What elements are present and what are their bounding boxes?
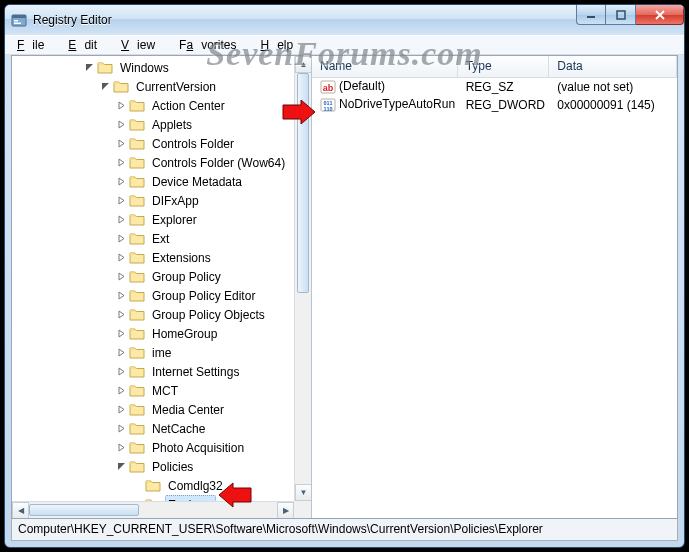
tree-item-label: MCT [149,381,181,401]
tree-item-label: Group Policy [149,267,224,287]
tree-toggle-icon[interactable] [114,118,128,132]
scroll-down-button[interactable]: ▼ [295,484,311,501]
tree-toggle-icon[interactable] [114,422,128,436]
values-list[interactable]: ab(Default)REG_SZ(value not set)011110No… [312,78,677,518]
tree-item[interactable]: Internet Settings [12,362,294,381]
tree-toggle-icon[interactable] [114,232,128,246]
tree-item-label: Device Metadata [149,172,245,192]
tree-item-label: Windows [117,58,172,78]
tree-item[interactable]: DIFxApp [12,191,294,210]
tree-item[interactable]: Applets [12,115,294,134]
value-name: NoDriveTypeAutoRun [339,97,455,111]
tree-item[interactable]: Group Policy Objects [12,305,294,324]
scroll-up-button[interactable]: ▲ [295,56,311,73]
tree-item-label: Controls Folder (Wow64) [149,153,288,173]
horizontal-scroll-thumb[interactable] [29,504,139,516]
tree-item[interactable]: Explorer [12,210,294,229]
menu-edit[interactable]: Edit [60,36,113,54]
maximize-icon [616,10,626,20]
tree-vertical-scrollbar[interactable]: ▲ ▼ [294,56,311,501]
close-button[interactable] [636,5,684,25]
values-pane: Name Type Data ab(Default)REG_SZ(value n… [312,56,677,518]
tree-item[interactable]: NetCache [12,419,294,438]
value-row[interactable]: 011110NoDriveTypeAutoRunREG_DWORD0x00000… [312,96,677,114]
tree-toggle-icon[interactable] [82,61,96,75]
tree-item[interactable]: Action Center [12,96,294,115]
tree-item[interactable]: Comdlg32 [12,476,294,495]
scroll-left-button[interactable]: ◀ [12,502,29,518]
value-type: REG_SZ [458,80,550,94]
value-type: REG_DWORD [458,98,550,112]
value-row[interactable]: ab(Default)REG_SZ(value not set) [312,78,677,96]
tree-toggle-icon[interactable] [114,156,128,170]
maximize-button[interactable] [606,5,636,25]
tree-toggle-icon[interactable] [114,403,128,417]
tree-toggle-icon[interactable] [114,213,128,227]
tree-toggle-icon[interactable] [98,80,112,94]
tree-toggle-icon[interactable] [114,289,128,303]
regedit-app-icon [11,12,27,28]
tree-item[interactable]: Media Center [12,400,294,419]
tree-item[interactable]: Photo Acquisition [12,438,294,457]
tree-item-label: Explorer [149,210,200,230]
column-header-name[interactable]: Name [312,56,458,77]
svg-rect-1 [12,15,26,18]
titlebar[interactable]: Registry Editor [5,5,684,35]
minimize-icon [586,10,596,20]
close-icon [654,10,666,20]
tree-toggle-icon[interactable] [114,460,128,474]
tree-item-label: Ext [149,229,172,249]
statusbar-path: Computer\HKEY_CURRENT_USER\Software\Micr… [18,522,543,536]
minimize-button[interactable] [576,5,606,25]
tree-item[interactable]: Controls Folder (Wow64) [12,153,294,172]
tree-item[interactable]: MCT [12,381,294,400]
tree-item-label: Internet Settings [149,362,242,382]
tree-toggle-icon[interactable] [114,308,128,322]
tree-toggle-icon[interactable] [114,441,128,455]
tree-pane: WindowsCurrentVersionAction CenterApplet… [12,56,312,518]
client-area: WindowsCurrentVersionAction CenterApplet… [11,55,678,519]
tree-item[interactable]: Policies [12,457,294,476]
tree-item[interactable]: ime [12,343,294,362]
scroll-right-button[interactable]: ▶ [277,502,294,518]
tree-toggle-icon[interactable] [114,251,128,265]
value-name: (Default) [339,79,385,93]
menu-file[interactable]: File [9,36,60,54]
tree-toggle-icon[interactable] [114,327,128,341]
tree-item-label: DIFxApp [149,191,202,211]
tree-item-label: Applets [149,115,195,135]
tree-item-label: Comdlg32 [165,476,226,496]
menubar: File Edit View Favorites Help [5,35,684,55]
tree-toggle-icon[interactable] [114,99,128,113]
window-title: Registry Editor [33,13,112,27]
menu-help[interactable]: Help [252,36,309,54]
svg-text:ab: ab [323,83,334,93]
tree-toggle-icon[interactable] [114,365,128,379]
menu-favorites[interactable]: Favorites [171,36,252,54]
tree-item[interactable]: Windows [12,58,294,77]
tree-item[interactable]: Ext [12,229,294,248]
vertical-scroll-thumb[interactable] [297,73,309,293]
tree-item[interactable]: Extensions [12,248,294,267]
registry-tree[interactable]: WindowsCurrentVersionAction CenterApplet… [12,56,294,501]
value-name-cell: 011110NoDriveTypeAutoRun [312,97,458,113]
tree-toggle-icon[interactable] [114,346,128,360]
tree-item[interactable]: Group Policy [12,267,294,286]
tree-item-label: Group Policy Objects [149,305,268,325]
tree-toggle-icon[interactable] [114,194,128,208]
svg-rect-2 [14,20,18,22]
tree-item[interactable]: CurrentVersion [12,77,294,96]
tree-horizontal-scrollbar[interactable]: ◀ ▶ [12,501,294,518]
tree-toggle-icon[interactable] [114,270,128,284]
tree-item-label: NetCache [149,419,208,439]
tree-toggle-icon[interactable] [114,137,128,151]
tree-item[interactable]: Controls Folder [12,134,294,153]
tree-toggle-icon[interactable] [114,384,128,398]
tree-item[interactable]: HomeGroup [12,324,294,343]
tree-item[interactable]: Device Metadata [12,172,294,191]
column-header-type[interactable]: Type [458,56,550,77]
tree-toggle-icon[interactable] [114,175,128,189]
tree-item[interactable]: Group Policy Editor [12,286,294,305]
column-header-data[interactable]: Data [549,56,677,77]
menu-view[interactable]: View [113,36,171,54]
